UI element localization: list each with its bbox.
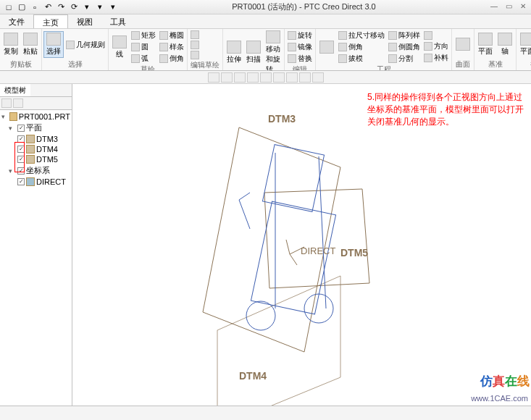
eng3[interactable]: 拔模	[337, 53, 386, 64]
ellipse-button[interactable]: 椭圆	[158, 30, 185, 41]
revolve-button[interactable]: 移动和旋转	[264, 30, 283, 71]
tab-model-tree[interactable]: 模型树	[0, 84, 30, 96]
label-csys: DIRECT	[301, 245, 335, 256]
svg-marker-1	[217, 276, 340, 406]
tree-item-dtm3[interactable]: ✓ DTM3	[1, 134, 70, 144]
label-dtm3: DTM3	[268, 113, 296, 125]
spline-button[interactable]: 样条	[158, 41, 185, 53]
dim-move-button[interactable]	[317, 40, 336, 55]
eng1[interactable]: 拉尺寸移动	[337, 30, 386, 41]
circle-button[interactable]: 圆	[130, 41, 157, 53]
tab-tools[interactable]: 工具	[101, 14, 135, 28]
eng6[interactable]: 分割	[387, 53, 422, 64]
minimize-button[interactable]: —	[489, 2, 499, 12]
eng2[interactable]: 倒角	[337, 41, 386, 53]
zoom-in-icon[interactable]	[221, 72, 233, 83]
arc-button[interactable]: 弧	[130, 53, 157, 64]
collapse-icon[interactable]: ▾	[9, 125, 16, 132]
window-title: PRT0001 (活动的) - PTC Creo Direct 3.0	[119, 1, 489, 12]
regen-icon[interactable]: ⟳	[68, 1, 80, 13]
rect-button[interactable]: 矩形	[130, 30, 157, 41]
zoom-out-icon[interactable]	[234, 72, 246, 83]
tree-group-csys[interactable]: ▾ ✓ 坐标系	[1, 164, 70, 177]
rotate-button[interactable]: 旋转	[286, 30, 314, 41]
open-icon[interactable]: ▢	[16, 1, 28, 13]
ribbon-group-datum: 平面 轴 基准	[474, 29, 517, 70]
es3[interactable]	[189, 50, 201, 60]
view-mgr-icon[interactable]	[273, 72, 285, 83]
datum-axis-button[interactable]: 轴	[496, 32, 514, 57]
checkbox-icon[interactable]: ✓	[17, 178, 25, 185]
collapse-icon[interactable]: ▾	[1, 113, 8, 120]
new-icon[interactable]: □	[3, 1, 14, 13]
es1[interactable]	[189, 30, 201, 40]
svg-line-10	[239, 193, 250, 200]
line-button[interactable]: 线	[110, 35, 129, 60]
tree-group-planes[interactable]: ▾ ✓ 平面	[1, 122, 70, 134]
part-icon	[9, 112, 17, 121]
geom-rule-button[interactable]: 几何规则	[64, 39, 106, 51]
save-icon[interactable]: ▫	[29, 1, 41, 13]
eng9[interactable]: 补料	[422, 52, 450, 64]
eng4[interactable]: 阵列样	[387, 30, 422, 41]
replace-button[interactable]: 替换	[286, 53, 314, 64]
tree-item-direct[interactable]: ✓ DIRECT	[1, 177, 70, 187]
ribbon: 复制 粘贴 剪贴板 选择 几何规则 选择 线 矩形 圆 弧 椭圆 样条 倒角	[0, 29, 531, 71]
watermark-logo: 仿真在线	[480, 373, 530, 390]
zoom-fit-icon[interactable]	[208, 72, 219, 83]
eng8[interactable]: 方向	[422, 41, 450, 52]
ribbon-group-sketch: 线 矩形 圆 弧 椭圆 样条 倒角 草绘	[109, 29, 188, 70]
display-style-icon[interactable]	[299, 72, 311, 83]
eng5[interactable]: 倒圆角	[387, 41, 422, 53]
paste-button[interactable]: 粘贴	[21, 32, 40, 57]
ribbon-group-shape: 拉伸 扫描 移动和旋转 形状	[223, 29, 285, 70]
watermark: 仿真在线	[480, 373, 530, 390]
model-tree: ▾ PRT0001.PRT ▾ ✓ 平面 ✓ DTM3 ✓ DTM4 ✓	[0, 110, 72, 406]
close-button[interactable]: ✕	[518, 2, 528, 12]
window-controls: — ▭ ✕	[489, 2, 528, 12]
saved-view-icon[interactable]	[286, 72, 298, 83]
checkbox-icon[interactable]: ✓	[17, 125, 25, 132]
select-button[interactable]: 选择	[43, 31, 64, 58]
tree-tool-2[interactable]	[13, 98, 23, 108]
csys-icon	[26, 177, 35, 186]
tree-item-dtm4[interactable]: ✓ DTM4	[1, 144, 70, 154]
sidebar: 模型树 ▾ PRT0001.PRT ▾ ✓ 平面 ✓ DTM3 ✓	[0, 84, 72, 406]
svg-marker-0	[203, 127, 340, 352]
tab-file[interactable]: 文件	[0, 14, 33, 28]
label-dtm5: DTM5	[340, 247, 368, 259]
label-dtm4: DTM4	[239, 370, 267, 382]
es2[interactable]	[189, 40, 201, 50]
annotation-text: 5.同样的操作得到各个正视图方向上通过坐标系的基准平面，模型树里面可以打开关闭基…	[367, 91, 527, 127]
refit-icon[interactable]	[247, 72, 259, 83]
undo-icon[interactable]: ↶	[42, 1, 54, 13]
tree-item-dtm5[interactable]: ✓ DTM5	[1, 154, 70, 164]
copy-button[interactable]: 复制	[1, 32, 20, 57]
maximize-button[interactable]: ▭	[503, 2, 514, 12]
eng7[interactable]	[422, 30, 450, 41]
sidebar-tabs: 模型树	[0, 84, 72, 97]
redo-icon[interactable]: ↷	[55, 1, 67, 13]
datum-plane-button[interactable]: 平面	[476, 32, 495, 57]
close-win-icon[interactable]: ▾	[94, 1, 106, 13]
graphics-canvas[interactable]: DTM3 DTM4 DTM5 DIRECT 5.同样的操作得到各个正视图方向上通…	[72, 84, 531, 406]
tab-home[interactable]: 主页	[33, 14, 68, 28]
ribbon-group-clipboard: 复制 粘贴 剪贴板	[0, 29, 42, 70]
settings-icon[interactable]: ▾	[107, 1, 119, 13]
tree-tool-1[interactable]	[1, 98, 12, 108]
extrude-button[interactable]: 拉伸	[225, 40, 243, 65]
cut-plane-button[interactable]: 平面	[518, 32, 531, 57]
windows-icon[interactable]: ▾	[81, 1, 93, 13]
ribbon-group-cut: 平面 圆圈 截面	[517, 29, 531, 70]
mirror-button[interactable]: 镜像	[286, 41, 314, 53]
chamfer-button[interactable]: 倒角	[158, 53, 185, 64]
tree-root[interactable]: ▾ PRT0001.PRT	[1, 112, 70, 122]
plane-icon	[26, 145, 35, 154]
shade-icon[interactable]	[260, 72, 272, 83]
datums-icon[interactable]	[312, 72, 324, 83]
model-drawing	[72, 84, 531, 406]
quick-access-toolbar: □ ▢ ▫ ↶ ↷ ⟳ ▾ ▾ ▾	[3, 1, 119, 13]
tab-view[interactable]: 视图	[68, 14, 101, 28]
surf-btn[interactable]	[453, 37, 472, 52]
sweep-button[interactable]: 扫描	[244, 40, 263, 65]
